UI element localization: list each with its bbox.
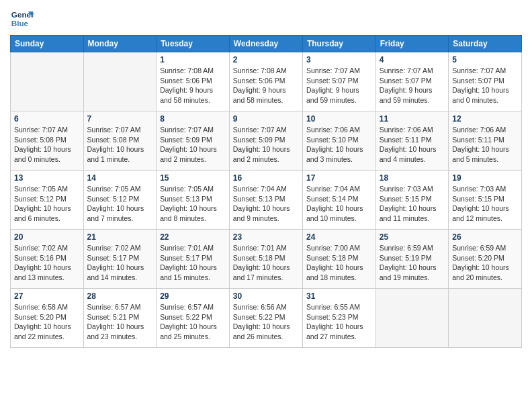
calendar-cell: 17Sunrise: 7:04 AMSunset: 5:14 PMDayligh… xyxy=(302,171,375,230)
day-info: Sunrise: 7:07 AMSunset: 5:08 PMDaylight:… xyxy=(14,125,80,165)
day-info: Sunrise: 6:55 AMSunset: 5:23 PMDaylight:… xyxy=(306,302,372,342)
day-info: Sunrise: 6:57 AMSunset: 5:21 PMDaylight:… xyxy=(87,302,153,342)
calendar-cell: 7Sunrise: 7:07 AMSunset: 5:08 PMDaylight… xyxy=(83,111,157,171)
day-info: Sunrise: 7:07 AMSunset: 5:07 PMDaylight:… xyxy=(452,66,518,105)
calendar-cell: 18Sunrise: 7:03 AMSunset: 5:15 PMDayligh… xyxy=(375,171,448,230)
day-number: 23 xyxy=(233,232,299,242)
day-number: 7 xyxy=(87,114,153,124)
calendar-cell: 5Sunrise: 7:07 AMSunset: 5:07 PMDaylight… xyxy=(449,52,522,111)
day-number: 29 xyxy=(160,291,226,301)
day-info: Sunrise: 6:59 AMSunset: 5:19 PMDaylight:… xyxy=(380,243,445,283)
col-header-friday: Friday xyxy=(375,36,448,52)
day-number: 19 xyxy=(452,173,518,183)
calendar-cell: 26Sunrise: 6:59 AMSunset: 5:20 PMDayligh… xyxy=(449,230,522,289)
calendar-cell: 24Sunrise: 7:00 AMSunset: 5:18 PMDayligh… xyxy=(302,230,375,289)
calendar-cell: 28Sunrise: 6:57 AMSunset: 5:21 PMDayligh… xyxy=(83,289,157,348)
calendar-cell: 16Sunrise: 7:04 AMSunset: 5:13 PMDayligh… xyxy=(229,171,302,230)
day-number: 30 xyxy=(233,291,299,301)
day-number: 11 xyxy=(380,114,445,124)
day-info: Sunrise: 7:01 AMSunset: 5:18 PMDaylight:… xyxy=(233,243,299,283)
day-number: 25 xyxy=(380,232,445,242)
day-info: Sunrise: 7:03 AMSunset: 5:15 PMDaylight:… xyxy=(380,184,445,224)
calendar-cell: 2Sunrise: 7:08 AMSunset: 5:06 PMDaylight… xyxy=(229,52,302,111)
calendar-cell: 9Sunrise: 7:07 AMSunset: 5:09 PMDaylight… xyxy=(229,111,302,171)
week-row-4: 20Sunrise: 7:02 AMSunset: 5:16 PMDayligh… xyxy=(11,230,522,289)
day-number: 9 xyxy=(233,114,299,124)
calendar-cell: 25Sunrise: 6:59 AMSunset: 5:19 PMDayligh… xyxy=(375,230,448,289)
day-number: 1 xyxy=(160,55,226,64)
calendar-cell: 19Sunrise: 7:03 AMSunset: 5:15 PMDayligh… xyxy=(449,171,522,230)
day-number: 6 xyxy=(14,114,80,124)
calendar-cell: 30Sunrise: 6:56 AMSunset: 5:22 PMDayligh… xyxy=(229,289,302,348)
day-info: Sunrise: 7:00 AMSunset: 5:18 PMDaylight:… xyxy=(306,243,372,283)
day-info: Sunrise: 7:05 AMSunset: 5:13 PMDaylight:… xyxy=(160,184,226,224)
logo-icon: General Blue xyxy=(10,7,34,31)
day-number: 21 xyxy=(87,232,153,242)
day-info: Sunrise: 6:56 AMSunset: 5:22 PMDaylight:… xyxy=(233,302,299,342)
day-number: 15 xyxy=(160,173,226,183)
day-info: Sunrise: 7:06 AMSunset: 5:11 PMDaylight:… xyxy=(452,125,518,165)
col-header-sunday: Sunday xyxy=(11,36,84,52)
day-info: Sunrise: 7:02 AMSunset: 5:17 PMDaylight:… xyxy=(87,243,153,283)
week-row-2: 6Sunrise: 7:07 AMSunset: 5:08 PMDaylight… xyxy=(11,111,522,171)
col-header-monday: Monday xyxy=(83,36,157,52)
day-info: Sunrise: 7:07 AMSunset: 5:09 PMDaylight:… xyxy=(160,125,226,165)
calendar-cell: 27Sunrise: 6:58 AMSunset: 5:20 PMDayligh… xyxy=(11,289,84,348)
day-number: 10 xyxy=(306,114,372,124)
day-number: 31 xyxy=(306,291,372,301)
day-number: 3 xyxy=(306,55,372,64)
calendar-cell xyxy=(83,52,157,111)
calendar-cell xyxy=(449,289,522,348)
day-number: 12 xyxy=(452,114,518,124)
day-number: 2 xyxy=(233,55,299,64)
day-number: 26 xyxy=(452,232,518,242)
day-info: Sunrise: 7:07 AMSunset: 5:09 PMDaylight:… xyxy=(233,125,299,165)
calendar-cell: 6Sunrise: 7:07 AMSunset: 5:08 PMDaylight… xyxy=(11,111,84,171)
calendar-cell: 29Sunrise: 6:57 AMSunset: 5:22 PMDayligh… xyxy=(157,289,230,348)
calendar-header-row: SundayMondayTuesdayWednesdayThursdayFrid… xyxy=(11,36,522,52)
day-info: Sunrise: 7:03 AMSunset: 5:15 PMDaylight:… xyxy=(452,184,518,224)
calendar-cell: 31Sunrise: 6:55 AMSunset: 5:23 PMDayligh… xyxy=(302,289,375,348)
day-number: 13 xyxy=(14,173,80,183)
week-row-5: 27Sunrise: 6:58 AMSunset: 5:20 PMDayligh… xyxy=(11,289,522,348)
day-number: 27 xyxy=(14,291,80,301)
day-number: 8 xyxy=(160,114,226,124)
day-info: Sunrise: 7:04 AMSunset: 5:13 PMDaylight:… xyxy=(233,184,299,224)
calendar-cell: 21Sunrise: 7:02 AMSunset: 5:17 PMDayligh… xyxy=(83,230,157,289)
calendar-cell xyxy=(375,289,448,348)
day-number: 22 xyxy=(160,232,226,242)
calendar-table: SundayMondayTuesdayWednesdayThursdayFrid… xyxy=(10,35,522,348)
calendar-cell: 4Sunrise: 7:07 AMSunset: 5:07 PMDaylight… xyxy=(375,52,448,111)
col-header-saturday: Saturday xyxy=(449,36,522,52)
calendar-cell: 11Sunrise: 7:06 AMSunset: 5:11 PMDayligh… xyxy=(375,111,448,171)
calendar-cell: 12Sunrise: 7:06 AMSunset: 5:11 PMDayligh… xyxy=(449,111,522,171)
day-info: Sunrise: 7:05 AMSunset: 5:12 PMDaylight:… xyxy=(87,184,153,224)
calendar-cell: 13Sunrise: 7:05 AMSunset: 5:12 PMDayligh… xyxy=(11,171,84,230)
calendar-cell: 8Sunrise: 7:07 AMSunset: 5:09 PMDaylight… xyxy=(157,111,230,171)
day-info: Sunrise: 7:07 AMSunset: 5:07 PMDaylight:… xyxy=(306,66,372,105)
calendar-cell: 22Sunrise: 7:01 AMSunset: 5:17 PMDayligh… xyxy=(157,230,230,289)
day-info: Sunrise: 7:06 AMSunset: 5:10 PMDaylight:… xyxy=(306,125,372,165)
calendar-cell: 10Sunrise: 7:06 AMSunset: 5:10 PMDayligh… xyxy=(302,111,375,171)
page-header: General Blue xyxy=(10,7,522,31)
svg-text:Blue: Blue xyxy=(11,19,29,28)
calendar-cell: 15Sunrise: 7:05 AMSunset: 5:13 PMDayligh… xyxy=(157,171,230,230)
day-info: Sunrise: 6:57 AMSunset: 5:22 PMDaylight:… xyxy=(160,302,226,342)
day-info: Sunrise: 7:05 AMSunset: 5:12 PMDaylight:… xyxy=(14,184,80,224)
day-info: Sunrise: 7:07 AMSunset: 5:08 PMDaylight:… xyxy=(87,125,153,165)
day-info: Sunrise: 7:06 AMSunset: 5:11 PMDaylight:… xyxy=(380,125,445,165)
day-info: Sunrise: 7:01 AMSunset: 5:17 PMDaylight:… xyxy=(160,243,226,283)
calendar-cell: 14Sunrise: 7:05 AMSunset: 5:12 PMDayligh… xyxy=(83,171,157,230)
day-number: 16 xyxy=(233,173,299,183)
day-number: 28 xyxy=(87,291,153,301)
day-info: Sunrise: 6:59 AMSunset: 5:20 PMDaylight:… xyxy=(452,243,518,283)
day-number: 4 xyxy=(380,55,445,64)
day-number: 24 xyxy=(306,232,372,242)
day-number: 20 xyxy=(14,232,80,242)
day-info: Sunrise: 7:02 AMSunset: 5:16 PMDaylight:… xyxy=(14,243,80,283)
calendar-cell: 23Sunrise: 7:01 AMSunset: 5:18 PMDayligh… xyxy=(229,230,302,289)
logo: General Blue xyxy=(10,7,34,31)
calendar-cell: 3Sunrise: 7:07 AMSunset: 5:07 PMDaylight… xyxy=(302,52,375,111)
day-number: 5 xyxy=(452,55,518,64)
week-row-1: 1Sunrise: 7:08 AMSunset: 5:06 PMDaylight… xyxy=(11,52,522,111)
